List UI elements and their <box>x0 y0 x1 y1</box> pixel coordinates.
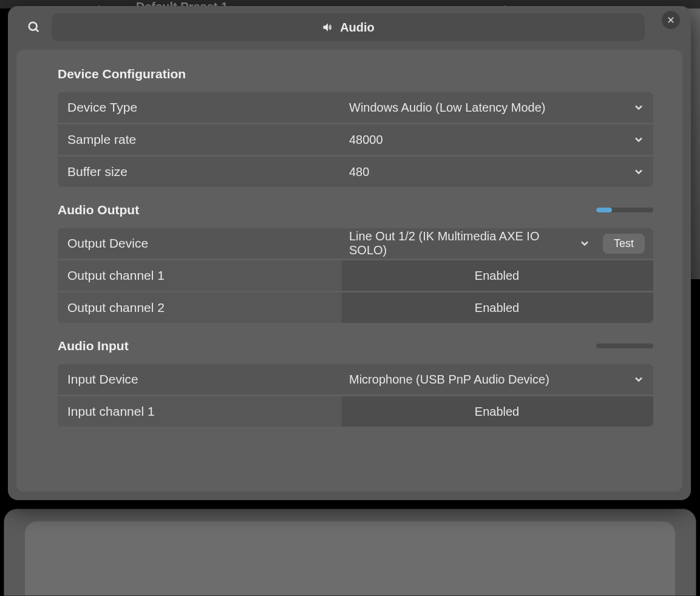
input-level-meter <box>596 344 653 348</box>
audio-input-group: Input Device Microphone (USB PnP Audio D… <box>58 364 653 427</box>
background-lower-inner <box>25 521 675 595</box>
sample-rate-row[interactable]: Sample rate 48000 <box>58 124 653 155</box>
input-channel-1-row: Input channel 1 Enabled <box>58 396 653 427</box>
output-channel-2-row: Output channel 2 Enabled <box>58 293 653 323</box>
section-heading-label: Device Configuration <box>58 67 186 81</box>
sample-rate-label: Sample rate <box>58 124 342 155</box>
section-audio-output-heading: Audio Output <box>58 203 653 217</box>
device-type-label: Device Type <box>58 92 342 123</box>
status-text: Enabled <box>475 405 519 419</box>
input-device-row[interactable]: Input Device Microphone (USB PnP Audio D… <box>58 364 653 395</box>
dialog-body: Device Configuration Device Type Windows… <box>16 50 682 492</box>
input-device-select[interactable]: Microphone (USB PnP Audio Device) <box>342 364 653 395</box>
buffer-size-select[interactable]: 480 <box>342 157 653 187</box>
device-type-select[interactable]: Windows Audio (Low Latency Mode) <box>342 92 653 123</box>
section-audio-input-heading: Audio Input <box>58 339 653 353</box>
output-level-meter <box>596 208 653 212</box>
svg-point-0 <box>29 22 37 30</box>
svg-line-1 <box>36 29 39 32</box>
output-level-fill <box>596 208 612 212</box>
buffer-size-label: Buffer size <box>58 157 342 187</box>
output-device-label: Output Device <box>58 228 342 259</box>
chevron-down-icon <box>633 373 645 385</box>
audio-output-group: Output Device Line Out 1/2 (IK Multimedi… <box>58 228 653 323</box>
chevron-down-icon <box>579 237 591 249</box>
sample-rate-select[interactable]: 48000 <box>342 124 653 155</box>
dialog-title-bar: Audio <box>52 13 645 41</box>
audio-settings-dialog: Audio Device Configuration Device Type W… <box>8 6 691 500</box>
status-text: Enabled <box>475 269 519 283</box>
chevron-down-icon <box>633 101 645 113</box>
input-channel-1-label: Input channel 1 <box>58 396 342 427</box>
output-device-value: Line Out 1/2 (IK Multimedia AXE IO SOLO) <box>349 229 557 257</box>
test-output-button[interactable]: Test <box>603 234 645 254</box>
speaker-icon <box>322 21 334 33</box>
section-device-configuration-heading: Device Configuration <box>58 67 653 81</box>
buffer-size-value: 480 <box>349 165 369 179</box>
device-configuration-group: Device Type Windows Audio (Low Latency M… <box>58 92 653 187</box>
dialog-header: Audio <box>8 6 691 49</box>
dialog-title: Audio <box>340 21 375 35</box>
buffer-size-row[interactable]: Buffer size 480 <box>58 157 653 187</box>
output-channel-1-row: Output channel 1 Enabled <box>58 260 653 291</box>
output-channel-2-status[interactable]: Enabled <box>342 293 653 323</box>
close-button[interactable] <box>662 11 680 29</box>
chevron-down-icon <box>633 166 645 178</box>
device-type-value: Windows Audio (Low Latency Mode) <box>349 101 546 115</box>
input-channel-1-status[interactable]: Enabled <box>342 396 653 427</box>
background-lower-panel <box>4 509 696 596</box>
output-device-select[interactable]: Line Out 1/2 (IK Multimedia AXE IO SOLO)… <box>342 228 653 259</box>
search-icon[interactable] <box>27 21 41 34</box>
input-device-value: Microphone (USB PnP Audio Device) <box>349 373 549 387</box>
section-heading-label: Audio Output <box>58 203 139 217</box>
sample-rate-value: 48000 <box>349 133 383 147</box>
status-text: Enabled <box>475 301 519 315</box>
output-channel-1-label: Output channel 1 <box>58 260 342 291</box>
chevron-down-icon <box>633 134 645 146</box>
output-device-row[interactable]: Output Device Line Out 1/2 (IK Multimedi… <box>58 228 653 259</box>
section-heading-label: Audio Input <box>58 339 129 353</box>
output-channel-1-status[interactable]: Enabled <box>342 260 653 291</box>
output-channel-2-label: Output channel 2 <box>58 293 342 323</box>
input-device-label: Input Device <box>58 364 342 395</box>
device-type-row[interactable]: Device Type Windows Audio (Low Latency M… <box>58 92 653 123</box>
